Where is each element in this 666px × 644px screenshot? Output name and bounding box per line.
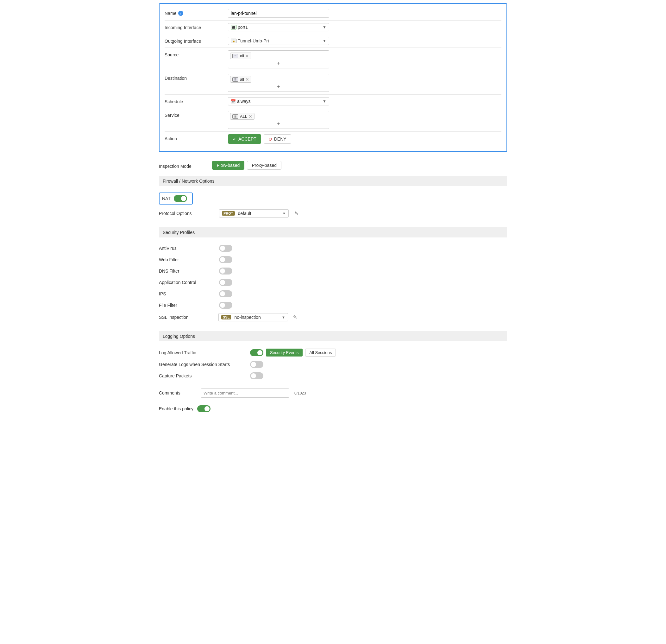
log-allowed-toggle[interactable]	[250, 349, 263, 356]
name-row: Name i	[164, 6, 502, 21]
service-add[interactable]: +	[229, 120, 328, 127]
schedule-value: always	[237, 99, 251, 104]
comments-input[interactable]	[201, 388, 289, 398]
block-icon: ⊘	[268, 137, 272, 141]
comments-row: Comments 0/1023	[159, 388, 507, 398]
ssl-inspection-value: no-inspection	[234, 315, 261, 320]
incoming-interface-select[interactable]: ⬛ port1 ▼	[228, 23, 329, 31]
file-filter-toggle[interactable]	[219, 302, 232, 309]
ips-row: IPS	[159, 288, 507, 299]
ssl-edit-icon[interactable]: ✎	[293, 314, 297, 320]
ssl-inspection-select[interactable]: SSL no-inspection ▼	[218, 313, 288, 321]
firewall-section-body: NAT Protocol Options PROT default ▼ ✎	[159, 189, 507, 222]
outgoing-interface-select[interactable]: 🔒 Tunnel-Umb-Pri ▼	[228, 37, 329, 45]
inspection-mode-row: Inspection Mode Flow-based Proxy-based	[159, 157, 507, 176]
action-label: Action	[164, 134, 228, 141]
protocol-options-row: Protocol Options PROT default ▼ ✎	[159, 207, 507, 220]
antivirus-toggle[interactable]	[219, 245, 232, 252]
capture-packets-row: Capture Packets	[159, 370, 507, 382]
name-label-text: Name	[164, 11, 176, 16]
incoming-interface-label: Incoming Interface	[164, 23, 228, 30]
generate-logs-row: Generate Logs when Session Starts	[159, 359, 507, 370]
nat-label: NAT	[162, 196, 171, 201]
schedule-arrow: ▼	[322, 99, 326, 104]
protocol-options-select[interactable]: PROT default ▼	[219, 209, 289, 217]
firewall-section-header: Firewall / Network Options	[159, 176, 507, 186]
security-events-button[interactable]: Security Events	[266, 349, 303, 356]
web-filter-label: Web Filter	[159, 257, 216, 262]
nat-toggle[interactable]	[174, 195, 187, 202]
incoming-interface-value: port1	[238, 25, 248, 30]
outgoing-interface-label: Outgoing Interface	[164, 37, 228, 44]
schedule-select[interactable]: 📅 always ▼	[228, 97, 329, 105]
name-label: Name i	[164, 9, 228, 16]
incoming-interface-arrow: ▼	[322, 25, 326, 30]
web-filter-toggle[interactable]	[219, 256, 232, 263]
generate-logs-toggle[interactable]	[250, 361, 263, 368]
incoming-interface-control: ⬛ port1 ▼	[228, 23, 329, 31]
logging-section: Logging Options Log Allowed Traffic Secu…	[159, 331, 507, 384]
comments-label: Comments	[159, 388, 197, 396]
check-icon: ✓	[233, 137, 236, 141]
dns-filter-label: DNS Filter	[159, 268, 216, 274]
policy-form: Name i Incoming Interface ⬛ port1 ▼	[159, 3, 507, 415]
inspection-mode-label: Inspection Mode	[159, 162, 210, 169]
source-control: ☰ all ✕ +	[228, 50, 329, 68]
all-sessions-button[interactable]: All Sessions	[305, 349, 336, 356]
protocol-edit-icon[interactable]: ✎	[294, 211, 298, 216]
accept-label: ACCEPT	[238, 137, 257, 141]
enable-policy-label: Enable this policy	[159, 406, 193, 411]
ssl-inspection-label: SSL Inspection	[159, 315, 216, 320]
enable-policy-toggle[interactable]	[197, 405, 210, 412]
application-control-toggle[interactable]	[219, 279, 232, 286]
source-tag-close[interactable]: ✕	[245, 54, 249, 58]
ips-label: IPS	[159, 291, 216, 296]
capture-packets-toggle[interactable]	[250, 372, 263, 379]
all-icon: ☰	[232, 54, 238, 58]
comments-count: 0/1023	[294, 388, 306, 396]
name-control	[228, 9, 329, 18]
service-tag-close[interactable]: ✕	[248, 114, 252, 119]
flow-based-tab[interactable]: Flow-based	[212, 161, 244, 170]
security-profiles-section: Security Profiles AntiVirus Web Filter	[159, 227, 507, 326]
source-label: Source	[164, 50, 228, 57]
application-control-row: Application Control	[159, 277, 507, 288]
service-tags-container: ☰ ALL ✕ +	[228, 111, 329, 129]
ssl-inspection-row: SSL Inspection SSL no-inspection ▼ ✎	[159, 311, 507, 324]
generate-logs-label: Generate Logs when Session Starts	[159, 362, 247, 367]
ips-toggle[interactable]	[219, 290, 232, 297]
destination-tags-container: ☰ all ✕ +	[228, 74, 329, 92]
protocol-options-value: default	[238, 211, 251, 216]
service-control: ☰ ALL ✕ +	[228, 111, 329, 129]
action-row: Action ✓ ACCEPT ⊘ DENY	[164, 132, 502, 146]
file-filter-label: File Filter	[159, 303, 216, 308]
capture-packets-label: Capture Packets	[159, 373, 247, 378]
dest-all-icon: ☰	[232, 77, 238, 82]
service-label: Service	[164, 111, 228, 118]
destination-add[interactable]: +	[229, 83, 328, 90]
accept-button[interactable]: ✓ ACCEPT	[228, 134, 261, 144]
enable-policy-row: Enable this policy	[159, 401, 507, 415]
log-allowed-traffic-label: Log Allowed Traffic	[159, 350, 247, 355]
logging-section-header: Logging Options	[159, 331, 507, 341]
service-tag-all: ☰ ALL ✕	[230, 113, 255, 120]
deny-button[interactable]: ⊘ DENY	[264, 134, 291, 144]
protocol-arrow: ▼	[282, 211, 286, 215]
source-add[interactable]: +	[229, 60, 328, 67]
outgoing-interface-control: 🔒 Tunnel-Umb-Pri ▼	[228, 37, 329, 45]
outgoing-interface-value: Tunnel-Umb-Pri	[238, 38, 269, 43]
dns-filter-toggle[interactable]	[219, 267, 232, 275]
schedule-label: Schedule	[164, 97, 228, 104]
name-info-icon[interactable]: i	[178, 11, 183, 16]
outgoing-interface-arrow: ▼	[322, 39, 326, 43]
logging-section-body: Log Allowed Traffic Security Events All …	[159, 344, 507, 384]
firewall-section: Firewall / Network Options NAT Protocol …	[159, 176, 507, 222]
proxy-based-tab[interactable]: Proxy-based	[247, 161, 281, 170]
destination-tag-close[interactable]: ✕	[245, 77, 249, 82]
port-icon: ⬛	[231, 25, 236, 30]
nat-highlight-box: NAT	[159, 192, 193, 205]
name-input[interactable]	[228, 9, 329, 18]
destination-tag-all: ☰ all ✕	[230, 76, 251, 83]
nat-row: NAT	[159, 191, 507, 207]
security-profiles-header: Security Profiles	[159, 227, 507, 238]
